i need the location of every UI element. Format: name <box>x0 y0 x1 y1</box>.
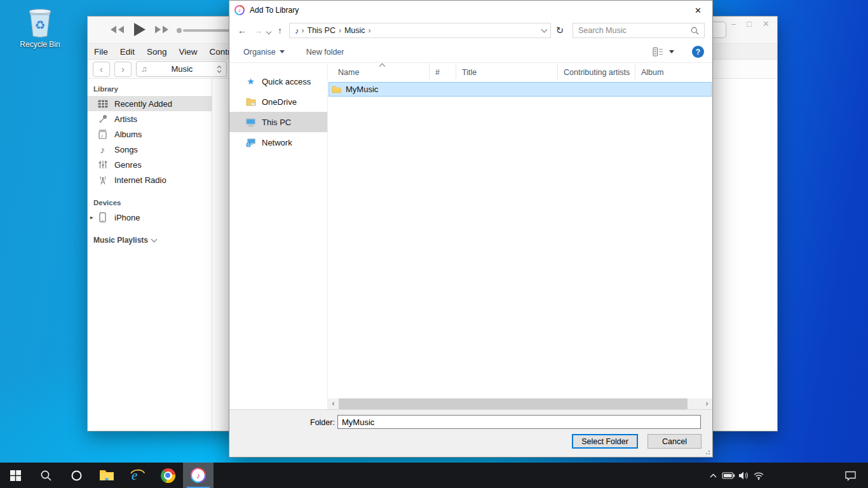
resize-grip[interactable] <box>704 449 710 455</box>
recent-locations-button[interactable] <box>267 25 271 36</box>
dialog-nav-pane: ★ Quick access OneDrive This PC <box>229 63 328 409</box>
sidebar-item-recently-added[interactable]: Recently Added <box>88 96 212 111</box>
desktop: ♻ Recycle Bin <box>0 0 868 488</box>
recycle-bin-shortcut[interactable]: ♻ Recycle Bin <box>11 6 69 49</box>
dialog-title-bar: Add To Library ✕ <box>229 1 712 20</box>
column-number[interactable]: # <box>430 63 456 79</box>
column-title[interactable]: Title <box>456 63 558 79</box>
new-folder-label: New folder <box>306 48 344 57</box>
album-icon: ♪ <box>97 130 109 139</box>
itunes-taskbar-button[interactable] <box>183 463 214 488</box>
up-button[interactable]: ↑ <box>278 26 282 35</box>
chrome-button[interactable] <box>153 463 183 488</box>
dialog-command-bar: Organise New folder ? <box>229 41 712 63</box>
menu-song[interactable]: Song <box>147 47 167 57</box>
scrollbar-thumb[interactable] <box>339 398 688 409</box>
wifi-icon <box>753 470 764 480</box>
column-contributing-artists[interactable]: Contributing artists <box>558 63 635 79</box>
itunes-back-button[interactable]: ‹ <box>93 62 110 77</box>
new-folder-button[interactable]: New folder <box>306 48 344 57</box>
nav-item-label: Quick access <box>262 77 311 86</box>
back-button[interactable]: ← <box>238 26 247 35</box>
sidebar-item-artists[interactable]: Artists <box>88 111 212 126</box>
battery-tray-button[interactable] <box>721 463 736 488</box>
sidebar-item-internet-radio[interactable]: Internet Radio <box>88 172 212 187</box>
sidebar-item-label: Internet Radio <box>114 175 166 185</box>
media-kind-select[interactable]: ♫ Music <box>136 61 227 77</box>
view-mode-button[interactable] <box>653 47 674 57</box>
file-explorer-button[interactable] <box>92 463 122 488</box>
select-folder-button[interactable]: Select Folder <box>572 434 638 449</box>
menu-view[interactable]: View <box>179 47 198 57</box>
nav-item-onedrive[interactable]: OneDrive <box>229 92 327 112</box>
sidebar-item-label: Artists <box>114 114 137 124</box>
column-label: # <box>435 68 440 77</box>
search-icon <box>40 470 52 482</box>
sidebar-item-songs[interactable]: ♪ Songs <box>88 142 212 157</box>
itunes-sidebar: Library Recently Added Artists ♪ <box>88 79 212 431</box>
column-headers: Name # Title Contributing artists Album <box>328 63 712 79</box>
nav-item-quick-access[interactable]: ★ Quick access <box>229 71 327 92</box>
organise-button[interactable]: Organise <box>243 48 285 57</box>
svg-text:♻: ♻ <box>34 18 45 32</box>
close-icon[interactable]: ✕ <box>763 19 770 29</box>
scroll-right-button[interactable]: › <box>702 398 712 409</box>
breadcrumb-music[interactable]: Music <box>341 26 369 35</box>
volume-slider[interactable] <box>177 28 233 33</box>
sidebar-item-iphone[interactable]: ▸ iPhone <box>88 210 212 225</box>
play-button[interactable] <box>133 22 146 37</box>
maximize-icon[interactable]: □ <box>747 19 752 29</box>
itunes-forward-button[interactable]: › <box>114 62 132 77</box>
itunes-icon <box>191 468 206 483</box>
cancel-button[interactable]: Cancel <box>648 434 702 449</box>
sidebar-item-genres[interactable]: Genres <box>88 157 212 172</box>
scrollbar-track[interactable] <box>339 398 702 409</box>
system-tray <box>705 463 766 488</box>
action-center-button[interactable] <box>836 463 864 488</box>
nav-item-this-pc[interactable]: This PC <box>229 112 327 132</box>
search-input[interactable] <box>573 26 686 35</box>
scroll-left-button[interactable]: ‹ <box>328 398 339 409</box>
sidebar-item-albums[interactable]: ♪ Albums <box>88 126 212 142</box>
itunes-transport-controls <box>109 22 170 37</box>
folder-name-input[interactable] <box>337 415 701 429</box>
breadcrumb-this-pc[interactable]: This PC <box>304 26 339 35</box>
fast-forward-button[interactable] <box>154 25 170 34</box>
onedrive-icon <box>245 97 257 106</box>
start-button[interactable] <box>0 463 31 488</box>
file-row-mymusic[interactable]: MyMusic <box>329 82 712 97</box>
organise-label: Organise <box>243 48 276 57</box>
file-name: MyMusic <box>346 85 378 94</box>
music-playlists-header[interactable]: Music Playlists <box>88 236 212 245</box>
rewind-button[interactable] <box>109 25 125 34</box>
taskbar-search-button[interactable] <box>31 463 61 488</box>
column-album[interactable]: Album <box>635 63 712 79</box>
horizontal-scrollbar[interactable]: ‹ › <box>328 398 712 409</box>
rewind-icon <box>109 25 125 34</box>
recycle-bin-label: Recycle Bin <box>11 40 69 49</box>
forward-button[interactable]: → <box>254 26 262 35</box>
address-dropdown-icon[interactable] <box>541 27 548 33</box>
chevron-down-icon <box>266 29 271 34</box>
volume-tray-button[interactable] <box>736 463 751 488</box>
minimize-icon[interactable]: – <box>731 19 736 29</box>
question-icon: ? <box>696 48 700 57</box>
expander-icon[interactable]: ▸ <box>90 214 93 220</box>
magnifier-icon[interactable] <box>691 27 699 35</box>
cortana-button[interactable] <box>61 463 92 488</box>
close-icon: ✕ <box>695 6 702 15</box>
volume-knob[interactable] <box>177 28 182 33</box>
refresh-button[interactable]: ↻ <box>552 23 567 38</box>
help-button[interactable]: ? <box>692 46 704 58</box>
arrow-up-icon: ↑ <box>278 25 282 36</box>
nav-item-network[interactable]: Network <box>229 132 327 152</box>
breadcrumb[interactable]: ♪ › This PC › Music › <box>289 23 551 38</box>
dialog-close-button[interactable]: ✕ <box>684 1 712 20</box>
internet-explorer-button[interactable]: e <box>122 463 153 488</box>
show-hidden-icons-button[interactable] <box>705 463 721 488</box>
svg-text:♪: ♪ <box>101 132 104 138</box>
column-name[interactable]: Name <box>328 63 430 79</box>
menu-edit[interactable]: Edit <box>120 47 135 57</box>
menu-file[interactable]: File <box>94 47 108 57</box>
network-tray-button[interactable] <box>751 463 766 488</box>
